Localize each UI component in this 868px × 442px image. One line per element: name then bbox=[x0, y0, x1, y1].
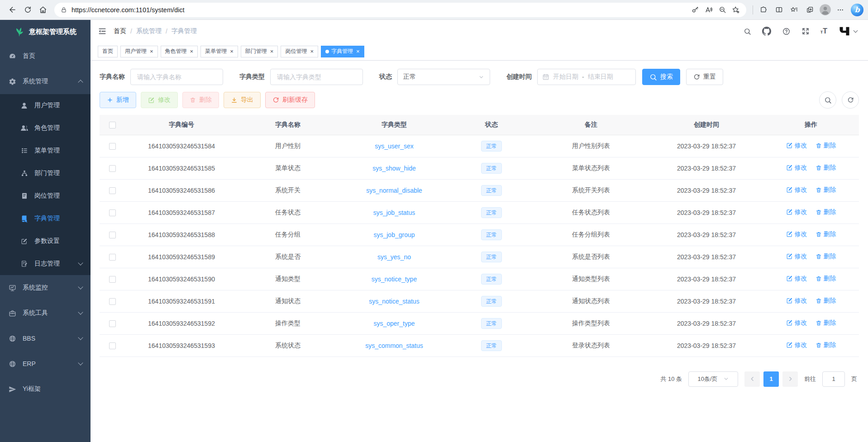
add-favorite-icon[interactable] bbox=[729, 4, 743, 16]
sidebar-item-system-mgmt[interactable]: 系统管理 bbox=[0, 69, 91, 94]
delete-row-button[interactable]: 删除 bbox=[816, 275, 836, 283]
add-button[interactable]: 新增 bbox=[100, 92, 136, 108]
sidebar-item-log-mgmt[interactable]: 日志管理 bbox=[0, 252, 91, 275]
sidebar-item-sys-tools[interactable]: 系统工具 bbox=[0, 300, 91, 326]
edit-row-button[interactable]: 修改 bbox=[786, 186, 807, 194]
close-tab-icon[interactable]: × bbox=[150, 48, 153, 54]
dict-type-link[interactable]: sys_normal_disable bbox=[366, 187, 422, 194]
sidebar-item-sys-monitor[interactable]: 系统监控 bbox=[0, 275, 91, 300]
delete-row-button[interactable]: 删除 bbox=[816, 186, 836, 194]
dict-type-link[interactable]: sys_user_sex bbox=[375, 143, 414, 150]
address-bar[interactable]: https://ccnetcore.com:1101/system/dict bbox=[54, 3, 746, 17]
edit-row-button[interactable]: 修改 bbox=[786, 319, 807, 327]
search-icon[interactable] bbox=[744, 28, 751, 35]
dict-type-input[interactable] bbox=[270, 69, 363, 85]
copilot-icon[interactable]: b bbox=[851, 4, 863, 16]
sidebar-item-dept-mgmt[interactable]: 部门管理 bbox=[0, 162, 91, 185]
next-page-button[interactable] bbox=[782, 371, 798, 387]
tab-item-6[interactable]: 字典管理× bbox=[321, 46, 364, 57]
sidebar-item-user-mgmt[interactable]: 用户管理 bbox=[0, 94, 91, 117]
browser-home-button[interactable] bbox=[35, 2, 51, 18]
edit-row-button[interactable]: 修改 bbox=[786, 341, 807, 349]
row-checkbox[interactable] bbox=[109, 165, 116, 172]
tab-item-2[interactable]: 角色管理× bbox=[161, 46, 198, 57]
dict-type-link[interactable]: sys_job_status bbox=[373, 209, 415, 216]
row-checkbox[interactable] bbox=[109, 232, 116, 238]
reset-button[interactable]: 重置 bbox=[686, 69, 723, 85]
extensions-icon[interactable] bbox=[756, 2, 771, 18]
edit-row-button[interactable]: 修改 bbox=[786, 208, 807, 216]
refresh-cache-button[interactable]: 刷新缓存 bbox=[265, 92, 315, 108]
show-search-button[interactable] bbox=[819, 91, 836, 109]
delete-row-button[interactable]: 删除 bbox=[816, 297, 836, 305]
search-button[interactable]: 搜索 bbox=[642, 69, 680, 85]
close-tab-icon[interactable]: × bbox=[190, 48, 194, 54]
delete-row-button[interactable]: 删除 bbox=[816, 142, 836, 150]
row-checkbox[interactable] bbox=[109, 298, 116, 305]
edit-row-button[interactable]: 修改 bbox=[786, 297, 807, 305]
fullscreen-icon[interactable] bbox=[801, 27, 810, 35]
split-screen-icon[interactable] bbox=[771, 2, 787, 18]
dict-type-link[interactable]: sys_notice_type bbox=[372, 276, 417, 283]
edit-button[interactable]: 修改 bbox=[141, 92, 178, 108]
sidebar-item-bbs[interactable]: BBS bbox=[0, 326, 91, 351]
refresh-table-button[interactable] bbox=[842, 91, 859, 109]
sidebar-item-home[interactable]: 首页 bbox=[0, 43, 91, 69]
sidebar-item-post-mgmt[interactable]: 岗位管理 bbox=[0, 185, 91, 207]
dict-type-link[interactable]: sys_oper_type bbox=[373, 320, 415, 327]
tab-item-3[interactable]: 菜单管理× bbox=[200, 46, 238, 57]
favorites-icon[interactable] bbox=[787, 2, 802, 18]
user-menu[interactable] bbox=[838, 25, 857, 38]
dict-type-link[interactable]: sys_show_hide bbox=[372, 165, 416, 172]
read-aloud-icon[interactable] bbox=[702, 4, 715, 16]
tab-item-1[interactable]: 用户管理× bbox=[120, 46, 158, 57]
zoom-out-icon[interactable] bbox=[715, 4, 729, 16]
row-checkbox[interactable] bbox=[109, 143, 116, 150]
tab-item-5[interactable]: 岗位管理× bbox=[281, 46, 318, 57]
close-tab-icon[interactable]: × bbox=[270, 48, 274, 54]
delete-row-button[interactable]: 删除 bbox=[816, 319, 836, 327]
breadcrumb-home[interactable]: 首页 bbox=[114, 27, 126, 35]
text-size-icon[interactable]: тT bbox=[820, 27, 827, 35]
sidebar-item-yi-framework[interactable]: Yi框架 bbox=[0, 376, 91, 402]
prev-page-button[interactable] bbox=[744, 371, 760, 387]
page-size-select[interactable]: 10条/页 bbox=[688, 371, 738, 387]
help-icon[interactable] bbox=[782, 27, 791, 36]
delete-row-button[interactable]: 删除 bbox=[816, 230, 836, 238]
edit-row-button[interactable]: 修改 bbox=[786, 142, 807, 150]
dict-name-input[interactable] bbox=[130, 69, 223, 85]
goto-page-input[interactable] bbox=[822, 371, 845, 387]
tab-item-4[interactable]: 部门管理× bbox=[241, 46, 278, 57]
browser-refresh-button[interactable] bbox=[20, 2, 35, 18]
sidebar-toggle[interactable] bbox=[98, 27, 107, 36]
sidebar-item-erp[interactable]: ERP bbox=[0, 351, 91, 376]
delete-row-button[interactable]: 删除 bbox=[816, 252, 836, 261]
row-checkbox[interactable] bbox=[109, 187, 116, 194]
github-icon[interactable] bbox=[762, 27, 771, 36]
dict-type-link[interactable]: sys_notice_status bbox=[369, 298, 419, 305]
export-button[interactable]: 导出 bbox=[224, 92, 261, 108]
dict-type-link[interactable]: sys_common_status bbox=[365, 342, 423, 349]
delete-row-button[interactable]: 删除 bbox=[816, 341, 836, 349]
row-checkbox[interactable] bbox=[109, 209, 116, 216]
sidebar-item-role-mgmt[interactable]: 角色管理 bbox=[0, 117, 91, 139]
dict-type-link[interactable]: sys_job_group bbox=[373, 231, 415, 238]
sidebar-item-param-settings[interactable]: 参数设置 bbox=[0, 230, 91, 252]
edit-row-button[interactable]: 修改 bbox=[786, 275, 807, 283]
close-tab-icon[interactable]: × bbox=[356, 48, 360, 54]
row-checkbox[interactable] bbox=[109, 254, 116, 261]
select-all-checkbox[interactable] bbox=[109, 122, 116, 128]
delete-button[interactable]: 删除 bbox=[182, 92, 219, 108]
page-number-1[interactable]: 1 bbox=[763, 371, 779, 387]
browser-back-button[interactable] bbox=[5, 2, 20, 18]
more-options-icon[interactable] bbox=[833, 2, 848, 18]
tab-item-0[interactable]: 首页 bbox=[98, 46, 118, 57]
sidebar-item-menu-mgmt[interactable]: 菜单管理 bbox=[0, 139, 91, 162]
row-checkbox[interactable] bbox=[109, 342, 116, 349]
collections-icon[interactable] bbox=[802, 2, 817, 18]
sidebar-item-dict-mgmt[interactable]: 字典管理 bbox=[0, 207, 91, 230]
row-checkbox[interactable] bbox=[109, 320, 116, 327]
status-select[interactable]: 正常 bbox=[397, 69, 490, 85]
password-icon[interactable] bbox=[688, 4, 702, 16]
close-tab-icon[interactable]: × bbox=[310, 48, 314, 54]
